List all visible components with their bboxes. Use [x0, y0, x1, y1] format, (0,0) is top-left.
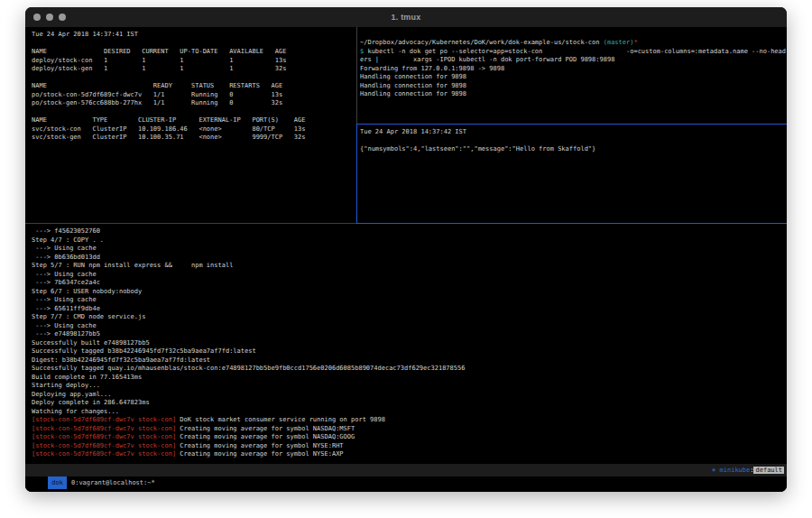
pane-service-response[interactable]: Tue 24 Apr 2018 14:37:42 IST {"numsymbol… — [360, 128, 787, 154]
tmux-status-right: ⎈ minikube:default — [712, 464, 784, 476]
tmux-terminal: Tue 24 Apr 2018 14:37:41 IST NAME DESIRE… — [25, 27, 787, 492]
tmux-status-bar: dok0:vagrant@localhost:~* ⎈ minikube:def… — [25, 464, 787, 476]
window-title: 1. tmux — [25, 13, 787, 22]
tmux-session-badge: dok — [48, 476, 67, 489]
pane-border-vertical-active — [356, 124, 357, 224]
pane-border-horizontal-active-top — [356, 124, 787, 125]
tmux-window-tab[interactable]: 0:vagrant@localhost:~* — [71, 479, 155, 486]
pane-skaffold-log[interactable]: ---> f45623052760Step 4/7 : COPY . . ---… — [32, 227, 787, 459]
traffic-lights — [33, 14, 66, 21]
minimize-button[interactable] — [46, 14, 53, 21]
window-titlebar: 1. tmux — [25, 7, 787, 27]
pane-border-horizontal-active-bottom — [356, 223, 787, 224]
pane-port-forward[interactable]: ~/Dropbox/advocacy/Kubernetes/DoK/work/d… — [360, 39, 787, 99]
terminal-window: 1. tmux Tue 24 Apr 2018 14:37:41 IST NAM… — [25, 7, 787, 492]
pane-border-vertical — [356, 27, 357, 124]
pane-kubectl-watch[interactable]: Tue 24 Apr 2018 14:37:41 IST NAME DESIRE… — [32, 31, 355, 143]
close-button[interactable] — [33, 14, 41, 21]
zoom-button[interactable] — [59, 14, 66, 21]
kube-context-label: minikube — [720, 467, 751, 474]
pane-border-horizontal — [25, 223, 357, 224]
kubernetes-helm-icon: ⎈ — [712, 467, 719, 474]
kube-namespace-label: default — [753, 467, 784, 474]
